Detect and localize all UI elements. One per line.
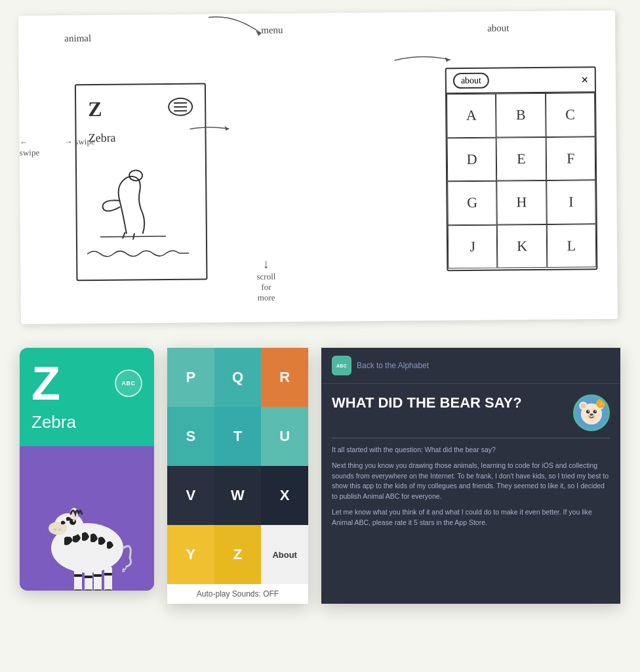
close-x: × — [581, 73, 588, 87]
svg-rect-24 — [85, 589, 92, 591]
svg-rect-15 — [74, 568, 82, 591]
svg-point-29 — [581, 404, 586, 408]
alpha-cell-s[interactable]: S — [167, 407, 214, 466]
animal-wireframe: Z Zebra — [75, 83, 208, 281]
svg-rect-19 — [74, 574, 82, 577]
alpha-cell-q[interactable]: Q — [214, 348, 262, 407]
swipe-left-label: ← swipe — [20, 137, 49, 158]
grid-cell-l: L — [546, 224, 596, 268]
arrow-to-about — [391, 50, 456, 70]
about-content: ♪ WHAT DID THE BEAR SAY? It all started … — [321, 384, 620, 604]
zebra-name: Zebra — [20, 407, 154, 432]
svg-rect-21 — [94, 574, 102, 577]
zebra-card: Z ABC Zebra — [20, 348, 154, 591]
about-pill: about — [453, 73, 489, 89]
svg-point-33 — [593, 410, 597, 413]
grid-cell-k: K — [497, 224, 547, 268]
swipe-right-label: → swipe — [64, 136, 95, 147]
alphabet-card: P Q R S T U V W X Y Z About Auto-play So… — [167, 348, 308, 604]
grid-cell-c: C — [546, 93, 595, 136]
about-para-2: Next thing you know you drawing those an… — [332, 461, 610, 502]
svg-marker-5 — [445, 57, 450, 62]
svg-point-10 — [58, 528, 61, 531]
svg-point-32 — [586, 410, 590, 413]
svg-point-35 — [595, 410, 596, 411]
svg-rect-23 — [74, 589, 82, 591]
svg-rect-18 — [104, 566, 112, 591]
about-para-1: It all started with the question: What d… — [332, 445, 610, 455]
alpha-cell-w[interactable]: W — [214, 466, 262, 525]
grid-cell-d: D — [447, 137, 497, 181]
menu-arrow-curve — [195, 14, 274, 47]
svg-rect-22 — [104, 573, 112, 576]
svg-point-9 — [53, 528, 56, 531]
about-para-3: Let me know what you think of it and wha… — [332, 507, 610, 528]
app-screenshots-area: Z ABC Zebra — [0, 341, 640, 672]
grid-cell-j: J — [448, 224, 498, 268]
alpha-cell-z[interactable]: Z — [214, 525, 262, 584]
svg-text:♪: ♪ — [599, 401, 602, 407]
bear-svg: ♪ — [575, 394, 608, 431]
about-main-title: WHAT DID THE BEAR SAY? — [332, 394, 610, 411]
zebra-illustration — [28, 463, 146, 591]
sketch-z-letter: Z — [88, 97, 102, 121]
animal-label: animal — [64, 33, 91, 44]
alpha-cell-r[interactable]: R — [261, 348, 308, 407]
alpha-cell-about[interactable]: About — [261, 525, 308, 584]
hamburger-icon — [168, 98, 193, 116]
svg-rect-16 — [85, 569, 92, 591]
about-label: about — [487, 22, 509, 33]
svg-rect-20 — [85, 576, 92, 578]
sketch-paper: animal Z Zebra — [18, 10, 618, 324]
grid-cell-e: E — [496, 136, 546, 180]
zebra-image-area — [20, 446, 154, 591]
menu-wireframe: about × A B C D E F G H I J K L — [445, 66, 598, 271]
svg-point-1 — [129, 170, 142, 180]
alpha-cell-x[interactable]: X — [261, 466, 308, 525]
svg-rect-25 — [94, 589, 102, 591]
sketch-grid: A B C D E F G H I J K L — [447, 93, 596, 268]
alphabet-grid: P Q R S T U V W X Y Z About — [167, 348, 308, 584]
grid-cell-g: G — [447, 181, 497, 225]
scroll-label: ↓ scroll for more — [256, 257, 276, 303]
sketch-sound-wave — [84, 247, 189, 261]
grid-cell-f: F — [546, 136, 595, 180]
zebra-card-top: Z ABC — [20, 348, 154, 407]
svg-line-0 — [100, 236, 166, 237]
svg-marker-3 — [224, 126, 229, 131]
grid-cell-i: I — [546, 180, 596, 224]
back-to-alphabet-text[interactable]: Back to the Alphabet — [357, 361, 429, 370]
alpha-cell-v[interactable]: V — [167, 466, 214, 525]
grid-cell-a: A — [447, 94, 496, 138]
sketch-area: animal Z Zebra — [0, 0, 640, 335]
arrow-to-menu — [186, 119, 239, 139]
bear-avatar: ♪ — [573, 394, 610, 431]
svg-rect-26 — [104, 589, 112, 591]
grid-cell-b: B — [496, 93, 546, 137]
about-divider — [332, 438, 610, 438]
alpha-cell-y[interactable]: Y — [167, 525, 214, 584]
sketch-animal-svg — [87, 161, 192, 240]
about-abc-badge: ABC — [332, 356, 351, 375]
alpha-cell-p[interactable]: P — [167, 348, 214, 407]
alpha-footer: Auto-play Sounds: OFF — [167, 584, 308, 604]
about-card: ABC Back to the Alphabet — [321, 348, 620, 604]
alpha-cell-t[interactable]: T — [214, 407, 262, 466]
abc-badge-zebra: ABC — [115, 369, 142, 397]
about-top-bar: ABC Back to the Alphabet — [321, 348, 620, 384]
svg-point-34 — [588, 410, 590, 411]
grid-cell-h: H — [497, 180, 547, 224]
svg-point-37 — [590, 413, 593, 416]
alpha-cell-u[interactable]: U — [261, 407, 308, 466]
zebra-letter: Z — [31, 360, 60, 407]
svg-rect-17 — [94, 568, 102, 591]
